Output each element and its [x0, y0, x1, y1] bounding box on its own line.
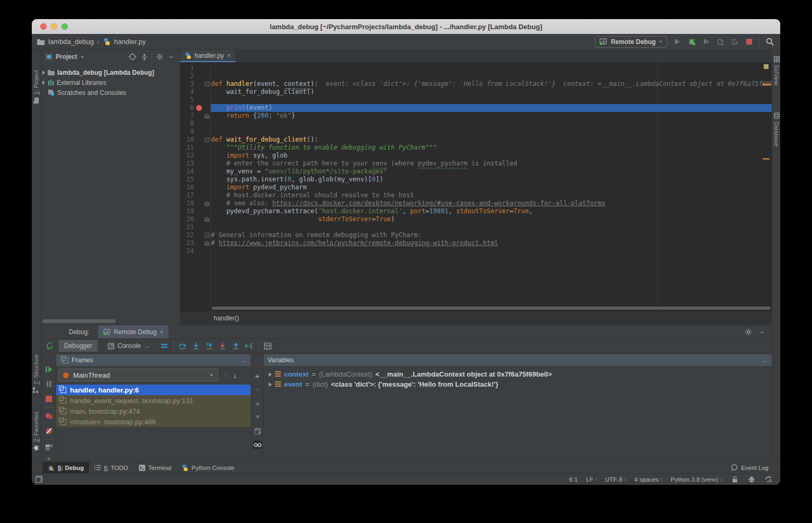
sidebar-item-sciview[interactable]: SciView [773, 56, 780, 85]
sidebar-item-structure[interactable]: 7: Structure [33, 354, 39, 393]
pin-variables-icon[interactable]: → [762, 357, 767, 363]
encoding-select[interactable]: UTF-8↕ [605, 476, 626, 483]
sidebar-item-favorites[interactable]: 2: Favorites [33, 412, 39, 451]
gutter-line-13[interactable]: 13 [180, 160, 210, 168]
stack-frame-row[interactable]: main, bootstrap.py:474 [56, 406, 251, 416]
tab-console[interactable]: Console → [102, 340, 155, 352]
close-tab-icon[interactable]: × [227, 52, 231, 59]
gutter-line-24[interactable]: 24 [180, 247, 210, 255]
frame-down-button[interactable]: ↓ [233, 371, 237, 380]
breadcrumb-project[interactable]: lambda_debug [48, 38, 94, 46]
mute-breakpoints-button[interactable] [45, 426, 53, 435]
gutter-line-22[interactable]: 22 [180, 231, 210, 239]
fold-collapse-icon[interactable] [205, 82, 209, 86]
analysis-status-square[interactable] [764, 64, 769, 69]
gutter-line-6[interactable]: 6 [180, 104, 210, 112]
tree-item-external-libraries[interactable]: External Libraries [41, 77, 180, 88]
project-horizontal-scrollbar[interactable] [42, 319, 116, 323]
fold-end-icon[interactable] [205, 201, 209, 206]
project-panel-title[interactable]: Project [56, 53, 77, 60]
show-execution-point-button[interactable] [160, 342, 169, 350]
variable-row-event[interactable]: event={dict}<class 'dict'>: {'message': … [263, 379, 772, 389]
code-editor[interactable]: 123456789101112131415161718192021222324 … [180, 63, 772, 311]
tab-debugger[interactable]: Debugger [59, 340, 98, 352]
add-watch-button[interactable]: + [253, 371, 262, 380]
hide-panel-button[interactable]: − [167, 53, 175, 61]
view-breakpoints-button[interactable] [45, 412, 53, 420]
minimize-window-button[interactable] [51, 23, 57, 30]
error-stripe-mark[interactable] [762, 84, 771, 85]
step-into-button[interactable] [192, 342, 200, 350]
run-anything-button[interactable] [730, 38, 739, 46]
event-log-button[interactable]: Event Log [741, 465, 769, 471]
search-everywhere-button[interactable] [765, 38, 774, 46]
step-into-my-code-button[interactable] [205, 342, 214, 350]
gutter-line-15[interactable]: 15 [180, 176, 210, 184]
pause-program-button[interactable] [45, 380, 53, 388]
remove-watch-button[interactable]: − [253, 385, 262, 394]
gutter-line-8[interactable]: 8 [180, 120, 210, 128]
run-with-coverage-button[interactable] [702, 38, 710, 46]
editor-horizontal-scrollbar[interactable] [212, 307, 771, 310]
gutter-line-2[interactable]: 2 [180, 72, 210, 80]
fold-collapse-icon[interactable] [205, 233, 209, 238]
thread-select[interactable]: MainThread ▼ [58, 369, 218, 381]
interpreter-select[interactable]: Python 3.8 (venv)↕ [670, 476, 722, 483]
stop-button[interactable] [45, 395, 53, 403]
gutter-line-16[interactable]: 16 [180, 184, 210, 191]
gutter-line-17[interactable]: 17 [180, 191, 210, 199]
toolwindow-button-terminal[interactable]: Terminal [134, 462, 176, 473]
locate-file-button[interactable] [128, 53, 137, 61]
view-as-table-button[interactable] [263, 342, 272, 350]
gutter-line-7[interactable]: 7 [180, 112, 210, 120]
breakpoint-icon[interactable] [196, 105, 202, 111]
gutter-line-10[interactable]: 10 [180, 136, 210, 144]
profiler-button[interactable] [716, 38, 725, 46]
tool-window-quick-access-button[interactable] [34, 475, 43, 484]
line-separator-select[interactable]: LF↕ [586, 476, 597, 483]
restore-layout-button[interactable] [45, 443, 53, 452]
tab-remote-debug-session[interactable]: Remote Debug × [98, 325, 169, 338]
close-window-button[interactable] [40, 23, 47, 30]
highlighting-level-icon[interactable] [747, 475, 756, 484]
caret-position[interactable]: 6:1 [569, 476, 578, 483]
move-watch-up-button[interactable] [253, 399, 262, 408]
run-to-cursor-button[interactable] [245, 342, 253, 350]
gutter-line-19[interactable]: 19 [180, 207, 210, 215]
stack-frame-row[interactable]: handle_event_request, bootstrap.py:131 [56, 395, 251, 406]
variable-row-context[interactable]: context={LambdaContext}<__main__.LambdaC… [263, 369, 772, 379]
fold-end-icon[interactable] [205, 114, 209, 118]
gutter-line-3[interactable]: 3 [180, 80, 210, 88]
expand-arrow-icon[interactable] [42, 81, 45, 85]
indent-select[interactable]: 4 spaces↕ [634, 476, 663, 483]
fold-collapse-icon[interactable] [205, 137, 209, 142]
gear-icon[interactable] [155, 53, 164, 61]
gutter-line-12[interactable]: 12 [180, 152, 210, 160]
editor-gutter[interactable]: 123456789101112131415161718192021222324 [180, 64, 210, 255]
stack-frame-row[interactable]: handler, handler.py:6 [56, 385, 251, 395]
update-indicator-icon[interactable]: ? [764, 475, 773, 484]
tree-item-lambda-debug-lambda-debug[interactable]: lambda_debug [Lambda Debug] [41, 67, 180, 77]
resume-program-button[interactable] [45, 365, 53, 373]
rerun-button[interactable] [46, 342, 54, 350]
gutter-line-5[interactable]: 5 [180, 96, 210, 104]
collapse-all-button[interactable] [140, 53, 148, 61]
expand-arrow-icon[interactable] [42, 71, 45, 75]
run-configuration-select[interactable]: Remote Debug ▼ [595, 36, 667, 48]
run-button[interactable] [673, 38, 682, 46]
breadcrumb-handler[interactable]: handler() [214, 315, 239, 322]
fold-end-icon[interactable] [205, 217, 209, 222]
fold-end-icon[interactable] [205, 241, 209, 246]
toolwindow-button-debug[interactable]: 5: Debug [42, 462, 89, 473]
show-watches-toggle[interactable] [253, 440, 262, 449]
gutter-line-20[interactable]: 20 [180, 215, 210, 223]
force-step-into-button[interactable] [218, 342, 227, 350]
tree-item-scratches-and-consoles[interactable]: Scratches and Consoles [41, 88, 180, 98]
expand-arrow-icon[interactable] [269, 372, 272, 377]
read-only-lock-icon[interactable] [730, 475, 739, 484]
expand-arrow-icon[interactable] [269, 382, 272, 387]
gutter-line-9[interactable]: 9 [180, 128, 210, 136]
step-over-button[interactable] [179, 342, 187, 350]
gutter-line-23[interactable]: 23 [180, 239, 210, 247]
zoom-window-button[interactable] [61, 23, 68, 30]
